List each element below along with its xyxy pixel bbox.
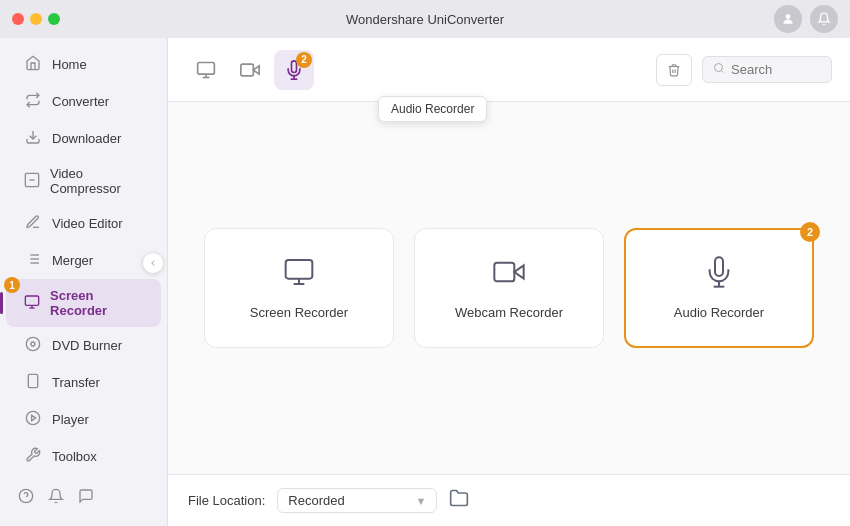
tab-audio-recorder[interactable]: 2 <box>274 50 314 90</box>
card-audio-recorder[interactable]: 2 Audio Recorder <box>624 228 814 348</box>
folder-icon[interactable] <box>449 488 469 513</box>
location-select-wrap[interactable]: Recorded Desktop Documents Downloads ▼ <box>277 488 437 513</box>
converter-icon <box>24 92 42 111</box>
audio-tab-badge: 2 <box>296 52 312 68</box>
svg-rect-29 <box>286 260 313 279</box>
sidebar-label-toolbox: Toolbox <box>52 449 97 464</box>
card-webcam-recorder[interactable]: Webcam Recorder <box>414 228 604 348</box>
svg-point-13 <box>26 337 39 350</box>
sidebar-screen-recorder-badge: 1 <box>4 277 20 293</box>
cards-area: Screen Recorder Webcam Recorder 2 Audio … <box>168 102 850 474</box>
sidebar-item-dvd-burner[interactable]: DVD Burner <box>6 327 161 364</box>
editor-icon <box>24 214 42 233</box>
downloader-icon <box>24 129 42 148</box>
sidebar-label-video-compressor: Video Compressor <box>50 166 143 196</box>
notification-bell-icon[interactable] <box>48 488 64 508</box>
window-controls <box>12 13 60 25</box>
transfer-icon <box>24 373 42 392</box>
sidebar-label-home: Home <box>52 57 87 72</box>
file-location-label: File Location: <box>188 493 265 508</box>
sidebar-item-toolbox[interactable]: Toolbox <box>6 438 161 475</box>
toolbar: 2 Audio Recorder <box>168 38 850 102</box>
titlebar: Wondershare UniConverter <box>0 0 850 38</box>
main-layout: Home Converter Downloader Video Compress… <box>0 38 850 526</box>
sidebar-collapse-button[interactable] <box>142 252 164 274</box>
sidebar-item-merger[interactable]: Merger <box>6 242 161 279</box>
sidebar-item-screen-recorder[interactable]: Screen Recorder 1 <box>6 279 161 327</box>
sidebar-label-player: Player <box>52 412 89 427</box>
notification-icon[interactable] <box>810 5 838 33</box>
tab-webcam-recorder[interactable] <box>230 50 270 90</box>
sidebar-item-transfer[interactable]: Transfer <box>6 364 161 401</box>
card-webcam-icon <box>493 256 525 295</box>
footer: File Location: Recorded Desktop Document… <box>168 474 850 526</box>
player-icon <box>24 410 42 429</box>
user-icon[interactable] <box>774 5 802 33</box>
sidebar-item-video-compressor[interactable]: Video Compressor <box>6 157 161 205</box>
close-button[interactable] <box>12 13 24 25</box>
sidebar: Home Converter Downloader Video Compress… <box>0 38 168 526</box>
toolbox-icon <box>24 447 42 466</box>
sidebar-label-downloader: Downloader <box>52 131 121 146</box>
toolbar-right <box>656 54 832 86</box>
location-select[interactable]: Recorded Desktop Documents Downloads <box>288 493 409 508</box>
sidebar-item-player[interactable]: Player <box>6 401 161 438</box>
card-screen-recorder[interactable]: Screen Recorder <box>204 228 394 348</box>
maximize-button[interactable] <box>48 13 60 25</box>
chevron-down-icon: ▼ <box>415 495 426 507</box>
home-icon <box>24 55 42 74</box>
search-box[interactable] <box>702 56 832 83</box>
svg-rect-10 <box>25 296 38 305</box>
svg-point-27 <box>715 64 723 72</box>
search-icon <box>713 62 725 77</box>
compressor-icon <box>24 172 40 191</box>
screen-recorder-icon <box>24 294 40 313</box>
sidebar-item-converter[interactable]: Converter <box>6 83 161 120</box>
search-input[interactable] <box>731 62 821 77</box>
delete-button[interactable] <box>656 54 692 86</box>
sidebar-label-video-editor: Video Editor <box>52 216 123 231</box>
svg-rect-32 <box>494 263 514 282</box>
sidebar-bottom <box>0 478 167 518</box>
titlebar-icons <box>774 5 838 33</box>
card-webcam-label: Webcam Recorder <box>455 305 563 320</box>
card-audio-icon <box>703 256 735 295</box>
help-icon[interactable] <box>18 488 34 508</box>
card-audio-label: Audio Recorder <box>674 305 764 320</box>
sidebar-label-screen-recorder: Screen Recorder <box>50 288 143 318</box>
sidebar-label-converter: Converter <box>52 94 109 109</box>
svg-line-28 <box>721 70 723 72</box>
feedback-icon[interactable] <box>78 488 94 508</box>
sidebar-label-merger: Merger <box>52 253 93 268</box>
content-area: 2 Audio Recorder <box>168 38 850 526</box>
card-audio-badge: 2 <box>800 222 820 242</box>
sidebar-item-video-editor[interactable]: Video Editor <box>6 205 161 242</box>
svg-rect-24 <box>241 64 254 76</box>
app-title: Wondershare UniConverter <box>346 12 504 27</box>
sidebar-item-home[interactable]: Home <box>6 46 161 83</box>
svg-rect-21 <box>198 62 215 74</box>
sidebar-label-transfer: Transfer <box>52 375 100 390</box>
svg-point-14 <box>31 342 35 346</box>
minimize-button[interactable] <box>30 13 42 25</box>
sidebar-label-dvd-burner: DVD Burner <box>52 338 122 353</box>
card-screen-label: Screen Recorder <box>250 305 348 320</box>
svg-marker-18 <box>32 415 36 420</box>
svg-point-0 <box>786 14 791 19</box>
dvd-icon <box>24 336 42 355</box>
sidebar-item-downloader[interactable]: Downloader <box>6 120 161 157</box>
tab-screen-recorder[interactable] <box>186 50 226 90</box>
card-screen-icon <box>283 256 315 295</box>
tooltip-audio-recorder: Audio Recorder <box>378 96 487 122</box>
svg-point-17 <box>26 411 39 424</box>
merger-icon <box>24 251 42 270</box>
